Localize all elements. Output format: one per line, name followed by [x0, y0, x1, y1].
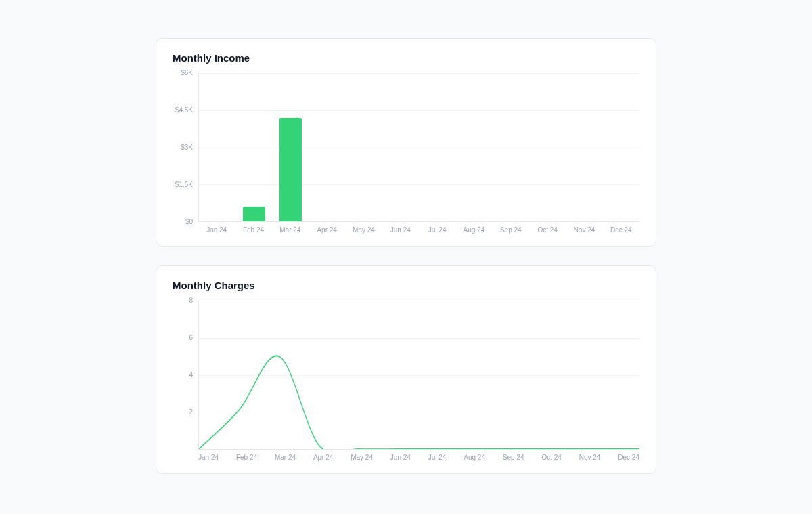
x-tick: May 24 — [351, 454, 373, 461]
bar-slot — [529, 73, 566, 221]
x-tick: Nov 24 — [566, 226, 602, 234]
x-tick: Sep 24 — [503, 454, 524, 461]
x-tick: Jun 24 — [390, 454, 411, 461]
y-tick: 4 — [189, 371, 193, 379]
income-chart: $6K $4.5K $3K $1.5K $0 — [173, 73, 639, 234]
x-tick: Sep 24 — [493, 226, 529, 234]
bar — [243, 207, 265, 221]
bar-slot — [382, 73, 419, 221]
x-tick: Jun 24 — [382, 226, 419, 234]
bar-slot — [235, 73, 272, 221]
bar-slot — [273, 73, 309, 221]
x-tick: Feb 24 — [236, 454, 257, 461]
bar-slot — [456, 73, 493, 221]
line-series — [199, 356, 639, 449]
x-tick: Mar 24 — [275, 454, 296, 461]
charges-chart: 2468 Jan 24Feb 24Mar 24Apr 24May 24Jun 2… — [173, 301, 639, 461]
y-tick: 6 — [189, 334, 193, 341]
x-tick: Jul 24 — [428, 454, 447, 461]
y-tick: 2 — [189, 408, 193, 416]
bar — [279, 118, 302, 221]
chart-title: Monthly Charges — [173, 280, 639, 291]
bar-slot — [603, 73, 639, 221]
x-tick: Dec 24 — [618, 454, 639, 461]
bar-slot — [346, 73, 382, 221]
x-tick: Aug 24 — [464, 454, 485, 461]
monthly-income-card: Monthly Income $6K $4.5K $3K $1.5K $0 — [156, 38, 656, 247]
dashboard: Monthly Income $6K $4.5K $3K $1.5K $0 — [156, 38, 656, 474]
bar-slot — [309, 73, 346, 221]
x-tick: Jan 24 — [198, 454, 219, 461]
plot-area — [198, 301, 639, 450]
x-axis: Jan 24Feb 24Mar 24Apr 24May 24Jun 24Jul … — [198, 222, 639, 234]
x-tick: Oct 24 — [541, 454, 561, 461]
x-tick: Mar 24 — [272, 226, 309, 234]
plot-area — [198, 73, 639, 222]
bar-slot — [566, 73, 603, 221]
monthly-charges-card: Monthly Charges 2468 Jan 24Feb 24Mar 24A… — [156, 265, 656, 474]
x-tick: May 24 — [345, 226, 382, 234]
x-tick: Oct 24 — [529, 226, 566, 234]
line-plot — [199, 301, 639, 449]
x-axis: Jan 24Feb 24Mar 24Apr 24May 24Jun 24Jul … — [198, 450, 639, 461]
y-axis: $6K $4.5K $3K $1.5K $0 — [173, 73, 198, 222]
y-axis: 2468 — [173, 301, 198, 450]
x-tick: Feb 24 — [235, 226, 271, 234]
chart-title: Monthly Income — [173, 52, 639, 64]
x-tick: Apr 24 — [309, 226, 345, 234]
x-tick: Jul 24 — [419, 226, 455, 234]
bar-slot — [493, 73, 529, 221]
x-tick: Dec 24 — [603, 226, 639, 234]
bar-slot — [420, 73, 456, 221]
bar-slot — [199, 73, 235, 221]
x-tick: Aug 24 — [455, 226, 492, 234]
bars — [199, 73, 639, 221]
y-tick: 8 — [189, 297, 193, 304]
x-tick: Apr 24 — [313, 454, 333, 461]
x-tick: Jan 24 — [198, 226, 235, 234]
x-tick: Nov 24 — [579, 454, 601, 461]
